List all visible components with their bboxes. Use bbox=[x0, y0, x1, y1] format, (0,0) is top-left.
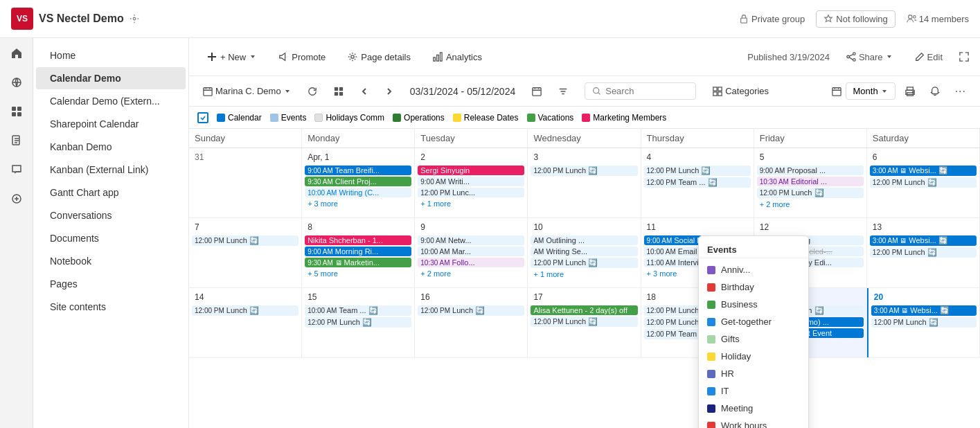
event-lunch-6[interactable]: 12:00 PM Lunch 🔄 bbox=[870, 177, 977, 188]
event-writing-c[interactable]: 10:00 AM Writing (C... bbox=[305, 188, 411, 197]
more-week1-fri[interactable]: + 2 more bbox=[757, 199, 864, 209]
cal-day-apr4[interactable]: 4 12:00 PM Lunch 🔄 12:00 PM Team ... 🔄 bbox=[641, 148, 754, 217]
legend-operations[interactable]: Operations bbox=[393, 113, 445, 123]
legend-check-item[interactable] bbox=[197, 112, 208, 123]
nav-chat-icon[interactable] bbox=[8, 161, 25, 178]
dropdown-item-gifts[interactable]: Gifts bbox=[699, 330, 808, 348]
sidebar-item-home[interactable]: Home bbox=[36, 44, 186, 66]
cal-day-16[interactable]: 16 12:00 PM Lunch 🔄 bbox=[415, 288, 528, 357]
cal-day-15[interactable]: 15 10:00 AM Team ... 🔄 12:00 PM Lunch 🔄 bbox=[302, 288, 415, 357]
legend-vacations[interactable]: Vacations bbox=[527, 113, 574, 123]
view-month-button[interactable]: Month bbox=[846, 82, 896, 100]
event-alisa[interactable]: Alisa Kettunen - 2 day(s) off bbox=[531, 305, 637, 315]
sidebar-item-gantt[interactable]: Gantt Chart app bbox=[36, 181, 186, 204]
more-button[interactable]: ··· bbox=[950, 82, 972, 100]
event-lunch-4a[interactable]: 12:00 PM Lunch 🔄 bbox=[644, 166, 751, 176]
search-input[interactable] bbox=[605, 86, 688, 96]
dropdown-item-business[interactable]: Business bbox=[699, 296, 808, 313]
nav-globe-icon[interactable] bbox=[8, 74, 25, 91]
event-team-15[interactable]: 10:00 AM Team ... 🔄 bbox=[305, 305, 411, 316]
dropdown-item-anniv[interactable]: Anniv... bbox=[699, 261, 808, 278]
event-lunc-2[interactable]: 12:00 PM Lunc... bbox=[418, 188, 524, 197]
legend-events[interactable]: Events bbox=[270, 113, 307, 123]
event-editorial[interactable]: 10:30 AM Editorial ... bbox=[757, 177, 864, 186]
dropdown-item-get-together[interactable]: Get-together bbox=[699, 313, 808, 330]
refresh-button[interactable] bbox=[302, 84, 323, 99]
cal-day-9[interactable]: 9 9:00 AM Netw... 10:00 AM Mar... 10:30 … bbox=[415, 218, 528, 287]
event-client-proj[interactable]: 9:30 AM Client Proj... bbox=[305, 177, 411, 186]
expand-icon[interactable] bbox=[959, 52, 969, 62]
legend-calendar[interactable]: Calendar bbox=[217, 113, 262, 123]
cal-day-8[interactable]: 8 Nikita Shcherban - 1... 9:00 AM Mornin… bbox=[302, 218, 415, 287]
event-lunch-20[interactable]: 12:00 PM Lunch 🔄 bbox=[871, 317, 977, 328]
dropdown-item-birthday[interactable]: Birthday bbox=[699, 278, 808, 296]
sidebar-item-kanban-demo[interactable]: Kanban Demo bbox=[36, 136, 186, 158]
legend-release-dates[interactable]: Release Dates bbox=[453, 113, 519, 123]
event-proposal[interactable]: 9:00 AM Proposal ... bbox=[757, 166, 864, 175]
cal-day-14[interactable]: 14 12:00 PM Lunch 🔄 bbox=[189, 288, 302, 357]
event-lunch-7[interactable]: 12:00 PM Lunch 🔄 bbox=[192, 235, 299, 246]
sidebar-item-documents[interactable]: Documents bbox=[36, 227, 186, 249]
more-week2-mon[interactable]: + 5 more bbox=[305, 269, 411, 278]
cal-view-selector[interactable]: Marina C. Demo bbox=[197, 83, 296, 99]
share-button[interactable]: Share bbox=[841, 49, 898, 65]
event-nikita[interactable]: Nikita Shcherban - 1... bbox=[305, 235, 411, 245]
event-writi[interactable]: 9:00 AM Writi... bbox=[418, 177, 524, 186]
event-websi-20[interactable]: 3:00 AM 🖥 Websi... 🔄 bbox=[871, 305, 977, 316]
members-count[interactable]: 14 members bbox=[907, 14, 969, 24]
event-lunch-15[interactable]: 12:00 PM Lunch 🔄 bbox=[305, 317, 411, 328]
nav-home-icon[interactable] bbox=[8, 45, 25, 62]
sidebar-item-calendar-external[interactable]: Calendar Demo (Extern... bbox=[36, 90, 186, 112]
sidebar-item-kanban-external[interactable]: Kanban (External Link) bbox=[36, 159, 186, 181]
notification-button[interactable] bbox=[925, 84, 945, 99]
event-outlining[interactable]: AM Outlining ... bbox=[531, 235, 637, 245]
sidebar-item-notebook[interactable]: Notebook bbox=[36, 250, 186, 272]
cal-day-apr1[interactable]: Apr, 1 9:00 AM Team Breifi... 9:30 AM Cl… bbox=[302, 148, 415, 217]
settings-small-icon[interactable] bbox=[130, 14, 139, 24]
event-lunch-3[interactable]: 12:00 PM Lunch 🔄 bbox=[531, 166, 637, 176]
promote-button[interactable]: Promote bbox=[271, 48, 332, 66]
cal-day-apr2[interactable]: 2 Sergi Sinyugin 9:00 AM Writi... 12:00 … bbox=[415, 148, 528, 217]
cal-day-31[interactable]: 31 bbox=[189, 148, 302, 217]
nav-add-icon[interactable] bbox=[8, 190, 25, 207]
next-button[interactable] bbox=[380, 84, 399, 98]
dropdown-item-meeting[interactable]: Meeting bbox=[699, 400, 808, 417]
legend-marketing[interactable]: Marketing Members bbox=[582, 113, 666, 123]
cal-day-7[interactable]: 7 12:00 PM Lunch 🔄 bbox=[189, 218, 302, 287]
cal-day-apr3[interactable]: 3 12:00 PM Lunch 🔄 bbox=[528, 148, 641, 217]
event-team-4[interactable]: 12:00 PM Team ... 🔄 bbox=[644, 177, 751, 188]
event-sergi[interactable]: Sergi Sinyugin bbox=[418, 166, 524, 175]
event-lunch-16[interactable]: 12:00 PM Lunch 🔄 bbox=[418, 305, 524, 316]
dropdown-item-holiday[interactable]: Holiday bbox=[699, 348, 808, 365]
cal-day-13[interactable]: 13 3:00 AM 🖥 Websi... 🔄 12:00 PM Lunch 🔄 bbox=[867, 218, 980, 287]
cal-day-apr6[interactable]: 6 3:00 AM 🖥 Websi... 🔄 12:00 PM Lunch 🔄 bbox=[867, 148, 980, 217]
event-team-brief[interactable]: 9:00 AM Team Breifi... bbox=[305, 166, 411, 175]
dropdown-item-work-hours[interactable]: Work hours bbox=[699, 417, 808, 428]
new-button[interactable]: + New bbox=[200, 48, 263, 66]
event-follo[interactable]: 10:30 AM Follo... bbox=[418, 258, 524, 267]
sidebar-item-conversations[interactable]: Conversations bbox=[36, 204, 186, 226]
nav-grid-icon[interactable] bbox=[8, 103, 25, 120]
event-netw[interactable]: 9:00 AM Netw... bbox=[418, 235, 524, 245]
event-marketing[interactable]: 9:30 AM 🖥 Marketin... bbox=[305, 258, 411, 267]
page-details-button[interactable]: Page details bbox=[341, 48, 418, 66]
event-lunch-10[interactable]: 12:00 PM Lunch 🔄 bbox=[531, 258, 637, 268]
event-mar[interactable]: 10:00 AM Mar... bbox=[418, 247, 524, 256]
cal-day-17[interactable]: 17 Alisa Kettunen - 2 day(s) off 12:00 P… bbox=[528, 288, 641, 357]
more-week2-wed[interactable]: + 1 more bbox=[531, 269, 637, 279]
nav-doc-icon[interactable] bbox=[8, 132, 25, 149]
date-picker-button[interactable] bbox=[526, 84, 547, 99]
not-following-button[interactable]: Not following bbox=[816, 10, 895, 28]
cal-day-20[interactable]: 20 3:00 AM 🖥 Websi... 🔄 12:00 PM Lunch 🔄 bbox=[867, 288, 980, 357]
dropdown-item-hr[interactable]: HR bbox=[699, 365, 808, 382]
sidebar-item-sharepoint[interactable]: Sharepoint Calendar bbox=[36, 113, 186, 135]
edit-button[interactable]: Edit bbox=[909, 49, 948, 65]
analytics-button[interactable]: Analytics bbox=[426, 48, 489, 66]
grid-view-button[interactable] bbox=[328, 84, 349, 99]
sidebar-item-site-contents[interactable]: Site contents bbox=[36, 296, 186, 318]
event-lunch-17[interactable]: 12:00 PM Lunch 🔄 bbox=[531, 316, 637, 327]
categories-button[interactable]: Categories bbox=[707, 83, 774, 99]
sidebar-item-calendar-demo[interactable]: Calendar Demo bbox=[36, 67, 186, 89]
sort-button[interactable] bbox=[553, 84, 573, 99]
event-lunch-5[interactable]: 12:00 PM Lunch 🔄 bbox=[757, 188, 864, 198]
